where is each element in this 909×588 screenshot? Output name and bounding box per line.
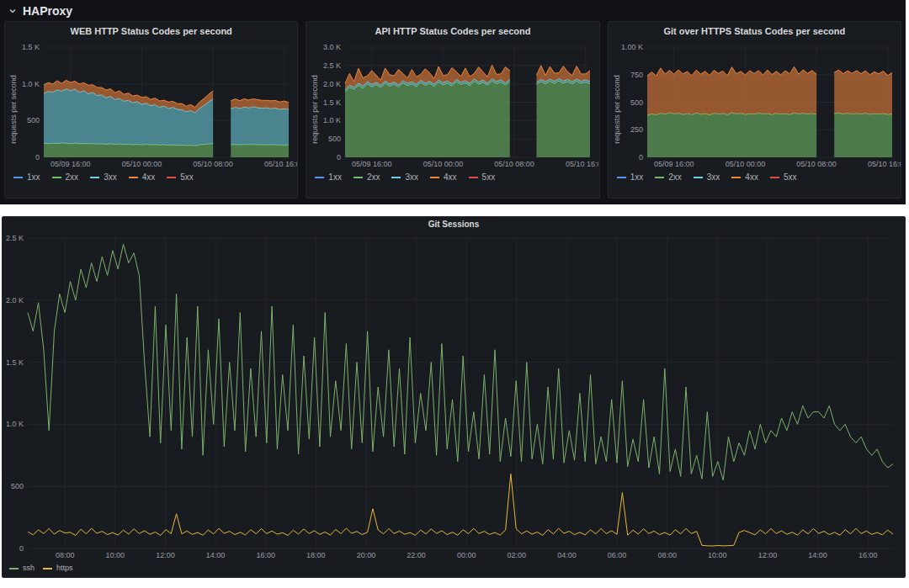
svg-text:08:00: 08:00: [657, 551, 677, 559]
legend-color-swatch: [315, 177, 324, 178]
svg-text:14:00: 14:00: [206, 551, 226, 559]
panel-title-web[interactable]: WEB HTTP Status Codes per second: [5, 22, 297, 41]
legend-item-4xx[interactable]: 4xx: [129, 172, 156, 182]
svg-text:20:00: 20:00: [357, 551, 376, 559]
svg-text:1.5 K: 1.5 K: [323, 98, 341, 107]
legend-color-swatch: [391, 177, 401, 178]
svg-text:0: 0: [19, 544, 24, 553]
svg-text:22:00: 22:00: [407, 551, 426, 559]
haproxy-row-section: HAProxy WEB HTTP Status Codes per second…: [0, 0, 906, 204]
legend-item-1xx[interactable]: 1xx: [315, 172, 342, 182]
legend-color-swatch: [9, 568, 19, 569]
svg-text:10:00: 10:00: [106, 551, 125, 559]
panel-title-git-sessions[interactable]: Git Sessions: [3, 217, 905, 232]
legend-item-1xx[interactable]: 1xx: [617, 172, 644, 182]
legend-item-ssh[interactable]: ssh: [9, 564, 35, 572]
svg-text:05/10 16:00: 05/10 16:00: [868, 160, 901, 168]
legend-item-2xx[interactable]: 2xx: [52, 172, 79, 182]
svg-text:06:00: 06:00: [608, 551, 627, 559]
svg-text:2.5 K: 2.5 K: [323, 61, 341, 70]
panel-title-api[interactable]: API HTTP Status Codes per second: [306, 22, 598, 41]
svg-text:500: 500: [11, 482, 24, 490]
svg-text:12:00: 12:00: [758, 551, 778, 559]
legend-color-swatch: [167, 177, 176, 178]
svg-text:05/09 16:00: 05/09 16:00: [654, 160, 694, 168]
legend-color-swatch: [617, 177, 626, 178]
svg-text:00:00: 00:00: [457, 551, 476, 559]
svg-text:3.0 K: 3.0 K: [323, 43, 341, 51]
svg-text:1.0 K: 1.0 K: [323, 116, 341, 124]
legend-item-2xx[interactable]: 2xx: [655, 172, 682, 182]
svg-text:500: 500: [27, 116, 40, 124]
legend-item-3xx[interactable]: 3xx: [694, 172, 720, 182]
svg-text:05/09 16:00: 05/09 16:00: [50, 160, 91, 168]
svg-text:02:00: 02:00: [508, 551, 527, 559]
svg-text:04:00: 04:00: [557, 551, 577, 559]
svg-text:05/10 16:00: 05/10 16:00: [566, 160, 598, 168]
svg-text:500: 500: [630, 98, 643, 107]
legend-color-swatch: [731, 177, 741, 178]
y-axis-label: requests per second: [613, 75, 621, 144]
row-haproxy[interactable]: HAProxy: [0, 0, 906, 21]
svg-text:2.5 K: 2.5 K: [6, 234, 24, 242]
svg-text:18:00: 18:00: [306, 551, 326, 559]
web-status-chart[interactable]: 05001.0 K1.5 K05/09 16:0005/10 00:0005/1…: [5, 41, 297, 169]
svg-text:250: 250: [630, 125, 643, 134]
svg-text:10:00: 10:00: [708, 551, 727, 559]
y-axis-label: requests per second: [311, 75, 319, 144]
svg-text:2.0 K: 2.0 K: [323, 80, 341, 88]
legend-color-swatch: [354, 177, 363, 178]
row-title: HAProxy: [23, 4, 72, 18]
legend-item-4xx[interactable]: 4xx: [430, 172, 457, 182]
panel-git-sessions: Git Sessions 05001.0 K1.5 K2.0 K2.5 K08:…: [2, 216, 906, 578]
svg-text:05/09 16:00: 05/09 16:00: [352, 160, 392, 168]
legend-color-swatch: [430, 177, 439, 178]
svg-text:16:00: 16:00: [256, 551, 275, 559]
panel-api-status: API HTTP Status Codes per second request…: [306, 21, 599, 199]
legend-color-swatch: [13, 177, 23, 178]
svg-text:12:00: 12:00: [156, 551, 175, 559]
legend-color-swatch: [43, 568, 52, 569]
svg-text:0: 0: [639, 153, 643, 162]
legend-item-5xx[interactable]: 5xx: [770, 172, 797, 182]
legend-color-swatch: [469, 177, 478, 178]
git-sessions-chart[interactable]: 05001.0 K1.5 K2.0 K2.5 K08:0010:0012:001…: [3, 232, 905, 560]
legend-item-4xx[interactable]: 4xx: [731, 172, 758, 182]
legend-color-swatch: [129, 177, 138, 178]
chevron-down-icon: [8, 7, 17, 15]
legend-item-1xx[interactable]: 1xx: [13, 172, 40, 182]
api-status-chart[interactable]: 05001.0 K1.5 K2.0 K2.5 K3.0 K05/09 16:00…: [306, 41, 598, 169]
legend-item-5xx[interactable]: 5xx: [469, 172, 496, 182]
svg-text:05/10 08:00: 05/10 08:00: [495, 160, 535, 168]
y-axis-label: requests per second: [9, 75, 18, 144]
svg-text:1.0 K: 1.0 K: [22, 80, 40, 88]
svg-text:1.0 K: 1.0 K: [6, 420, 24, 428]
svg-text:1.5 K: 1.5 K: [22, 43, 40, 51]
svg-text:05/10 00:00: 05/10 00:00: [423, 160, 464, 168]
panel-web-status: WEB HTTP Status Codes per second request…: [4, 21, 298, 199]
legend-item-2xx[interactable]: 2xx: [354, 172, 380, 182]
legend-color-swatch: [655, 177, 664, 178]
panel-title-git-https[interactable]: Git over HTTPS Status Codes per second: [609, 22, 901, 41]
svg-text:14:00: 14:00: [808, 551, 827, 559]
svg-text:16:00: 16:00: [858, 551, 878, 559]
legend-item-3xx[interactable]: 3xx: [90, 172, 117, 182]
legend-color-swatch: [52, 177, 61, 178]
git-https-status-chart[interactable]: 02505007501.00 K05/09 16:0005/10 00:0005…: [609, 41, 901, 169]
legend-item-3xx[interactable]: 3xx: [391, 172, 418, 182]
svg-text:08:00: 08:00: [56, 551, 75, 559]
svg-text:750: 750: [630, 71, 643, 79]
svg-text:1.5 K: 1.5 K: [6, 358, 24, 367]
svg-text:05/10 08:00: 05/10 08:00: [796, 160, 837, 168]
panels-row: WEB HTTP Status Codes per second request…: [0, 21, 906, 199]
svg-text:05/10 08:00: 05/10 08:00: [193, 160, 233, 168]
svg-text:500: 500: [328, 135, 341, 143]
svg-text:05/10 00:00: 05/10 00:00: [122, 160, 162, 168]
panel-git-https-status: Git over HTTPS Status Codes per second r…: [608, 21, 901, 199]
legend-item-5xx[interactable]: 5xx: [167, 172, 194, 182]
legend-item-https[interactable]: https: [43, 564, 73, 572]
svg-text:0: 0: [337, 153, 341, 162]
svg-text:0: 0: [35, 153, 40, 162]
legend: 1xx2xx3xx4xx5xx: [5, 169, 297, 182]
legend: sshhttps: [3, 560, 905, 572]
